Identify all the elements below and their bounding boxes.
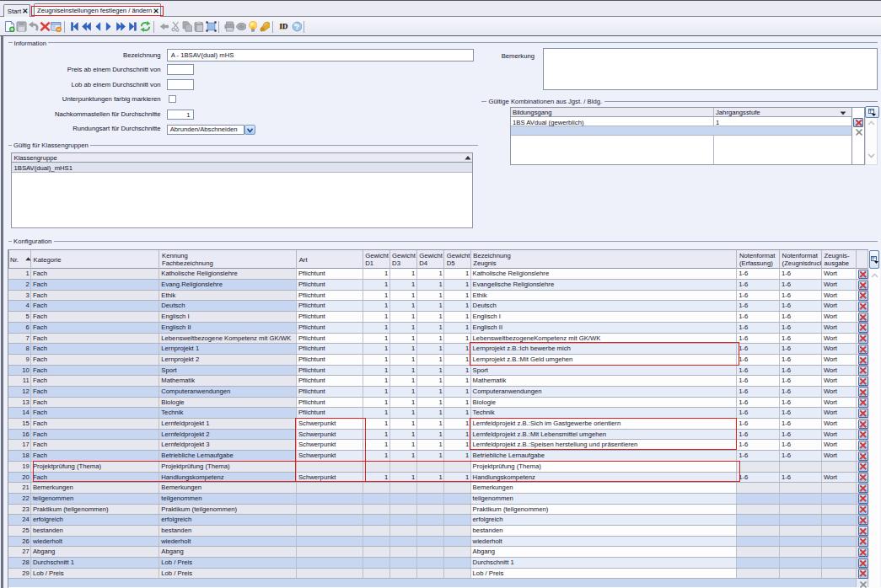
svg-text:?: ? <box>294 22 299 31</box>
